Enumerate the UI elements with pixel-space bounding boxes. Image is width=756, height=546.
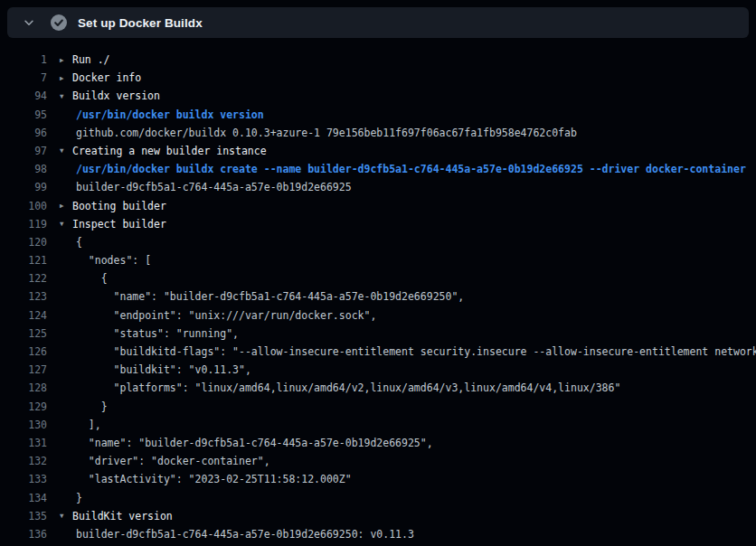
- output-text: "name": "builder-d9cfb5a1-c764-445a-a57e…: [47, 434, 756, 452]
- line-number[interactable]: 94: [0, 87, 47, 105]
- log-line: 99builder-d9cfb5a1-c764-445a-a57e-0b19d2…: [0, 178, 756, 196]
- log-group-row[interactable]: 97▼Creating a new builder instance: [0, 142, 756, 160]
- line-number[interactable]: 133: [0, 470, 47, 488]
- log-group-row[interactable]: 100▶Booting builder: [0, 197, 756, 215]
- command-text: /usr/bin/docker buildx create --name bui…: [47, 160, 756, 178]
- log-line: 126 "buildkitd-flags": "--allow-insecure…: [0, 343, 756, 361]
- group-title: ▶Run ./: [47, 51, 756, 69]
- line-number[interactable]: 130: [0, 416, 47, 434]
- output-text: ],: [47, 416, 756, 434]
- line-number[interactable]: 129: [0, 398, 47, 416]
- group-title: ▼BuildKit version: [47, 507, 756, 525]
- log-group-row[interactable]: 119▼Inspect builder: [0, 215, 756, 233]
- line-number[interactable]: 126: [0, 343, 47, 361]
- step-header[interactable]: Set up Docker Buildx: [7, 7, 749, 38]
- log-line: 95/usr/bin/docker buildx version: [0, 106, 756, 124]
- line-number[interactable]: 122: [0, 269, 47, 287]
- line-number[interactable]: 120: [0, 233, 47, 251]
- group-title-text: Creating a new builder instance: [72, 145, 267, 157]
- line-number[interactable]: 123: [0, 287, 47, 306]
- triangle-expanded-icon[interactable]: ▼: [60, 215, 72, 233]
- log-line: 130 ],: [0, 416, 756, 434]
- output-text: {: [47, 233, 756, 251]
- group-title: ▼Buildx version: [47, 87, 756, 105]
- check-circle-icon: [51, 14, 67, 31]
- line-number[interactable]: 135: [0, 507, 47, 525]
- line-number[interactable]: 124: [0, 306, 47, 325]
- triangle-collapsed-icon[interactable]: ▶: [60, 197, 72, 215]
- output-text: "platforms": "linux/amd64,linux/amd64/v2…: [47, 379, 756, 397]
- log-line: 125 "status": "running",: [0, 325, 756, 343]
- triangle-expanded-icon[interactable]: ▼: [60, 142, 72, 160]
- log-line: 120{: [0, 233, 756, 251]
- log-line: 121 "nodes": [: [0, 251, 756, 269]
- triangle-collapsed-icon[interactable]: ▶: [60, 52, 72, 70]
- group-title-text: Docker info: [72, 71, 141, 84]
- log-line: 136builder-d9cfb5a1-c764-445a-a57e-0b19d…: [0, 525, 756, 543]
- triangle-expanded-icon[interactable]: ▼: [60, 88, 72, 106]
- log-line: 124 "endpoint": "unix:///var/run/docker.…: [0, 306, 756, 325]
- line-number[interactable]: 132: [0, 452, 47, 470]
- group-title-text: Run ./: [72, 53, 110, 66]
- output-text: "endpoint": "unix:///var/run/docker.sock…: [47, 306, 756, 325]
- line-number[interactable]: 121: [0, 251, 47, 269]
- triangle-expanded-icon[interactable]: ▼: [60, 507, 72, 525]
- output-text: "name": "builder-d9cfb5a1-c764-445a-a57e…: [47, 287, 756, 306]
- command-text: /usr/bin/docker buildx version: [47, 106, 756, 124]
- log-line: 131 "name": "builder-d9cfb5a1-c764-445a-…: [0, 434, 756, 452]
- output-text: {: [47, 269, 756, 287]
- line-number[interactable]: 99: [0, 178, 47, 196]
- line-number[interactable]: 127: [0, 361, 47, 379]
- log-line: 122 {: [0, 269, 756, 287]
- output-text: builder-d9cfb5a1-c764-445a-a57e-0b19d2e6…: [47, 178, 756, 196]
- log-output: 1▶Run ./7▶Docker info94▼Buildx version95…: [0, 38, 756, 543]
- line-number[interactable]: 131: [0, 434, 47, 452]
- log-line: 123 "name": "builder-d9cfb5a1-c764-445a-…: [0, 287, 756, 306]
- output-text: "nodes": [: [47, 251, 756, 269]
- line-number[interactable]: 125: [0, 325, 47, 343]
- log-line: 129 }: [0, 398, 756, 416]
- output-text: "buildkit": "v0.11.3",: [47, 361, 756, 379]
- group-title: ▶Docker info: [47, 69, 756, 87]
- line-number[interactable]: 1: [0, 51, 47, 69]
- group-title-text: BuildKit version: [72, 510, 173, 522]
- line-number[interactable]: 7: [0, 69, 47, 87]
- log-group-row[interactable]: 135▼BuildKit version: [0, 507, 756, 525]
- output-text: }: [47, 398, 756, 416]
- log-line: 98/usr/bin/docker buildx create --name b…: [0, 160, 756, 178]
- line-number[interactable]: 96: [0, 124, 47, 142]
- line-number[interactable]: 98: [0, 160, 47, 178]
- output-text: "status": "running",: [47, 325, 756, 343]
- log-line: 128 "platforms": "linux/amd64,linux/amd6…: [0, 379, 756, 397]
- group-title: ▼Inspect builder: [47, 215, 756, 233]
- group-title-text: Buildx version: [72, 89, 160, 102]
- line-number[interactable]: 97: [0, 142, 47, 160]
- log-line: 132 "driver": "docker-container",: [0, 452, 756, 470]
- output-text: builder-d9cfb5a1-c764-445a-a57e-0b19d2e6…: [47, 525, 756, 543]
- log-line: 134}: [0, 489, 756, 507]
- line-number[interactable]: 128: [0, 379, 47, 397]
- log-line: 133 "lastActivity": "2023-02-25T11:58:12…: [0, 470, 756, 488]
- output-text: "buildkitd-flags": "--allow-insecure-ent…: [47, 343, 756, 361]
- group-title: ▼Creating a new builder instance: [47, 142, 756, 160]
- step-title: Set up Docker Buildx: [78, 16, 203, 30]
- line-number[interactable]: 95: [0, 106, 47, 124]
- log-group-row[interactable]: 1▶Run ./: [0, 51, 756, 69]
- output-text: "lastActivity": "2023-02-25T11:58:12.000…: [47, 470, 756, 488]
- log-line: 127 "buildkit": "v0.11.3",: [0, 361, 756, 379]
- group-title-text: Inspect builder: [72, 218, 166, 231]
- output-text: github.com/docker/buildx 0.10.3+azure-1 …: [47, 124, 756, 142]
- log-group-row[interactable]: 94▼Buildx version: [0, 87, 756, 105]
- triangle-collapsed-icon[interactable]: ▶: [60, 70, 72, 88]
- group-title-text: Booting builder: [72, 200, 166, 212]
- chevron-down-icon[interactable]: [22, 15, 36, 30]
- output-text: }: [47, 489, 756, 507]
- log-line: 96github.com/docker/buildx 0.10.3+azure-…: [0, 124, 756, 142]
- line-number[interactable]: 100: [0, 197, 47, 215]
- output-text: "driver": "docker-container",: [47, 452, 756, 470]
- group-title: ▶Booting builder: [47, 197, 756, 215]
- line-number[interactable]: 136: [0, 525, 47, 543]
- line-number[interactable]: 119: [0, 215, 47, 233]
- log-group-row[interactable]: 7▶Docker info: [0, 69, 756, 87]
- line-number[interactable]: 134: [0, 489, 47, 507]
